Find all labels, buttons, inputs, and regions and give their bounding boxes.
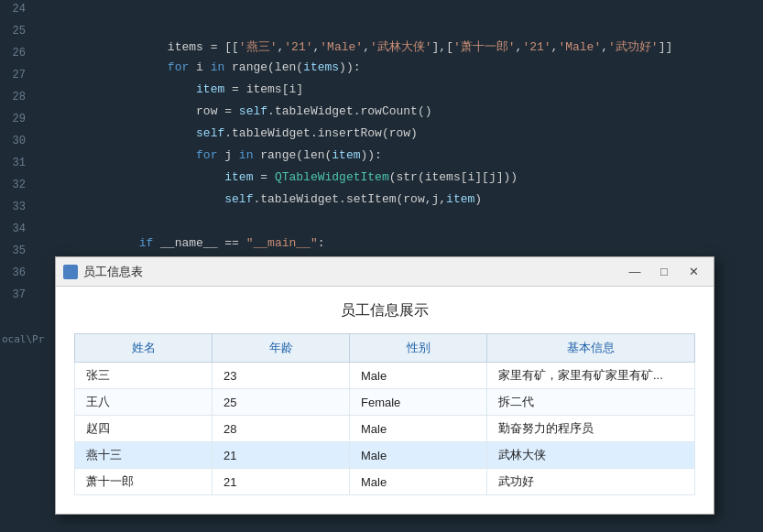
cell-name-1: 王八 <box>75 389 213 416</box>
sidebar-path-label: ocal\Pr <box>0 330 60 349</box>
line-content-34: if __name__ == "__main__": <box>49 220 325 242</box>
line-number-36: 36 <box>0 264 35 286</box>
cell-name-2: 赵四 <box>75 416 213 442</box>
cell-name-4: 萧十一郎 <box>75 469 213 495</box>
line-number-37: 37 <box>0 286 35 308</box>
cell-age-2: 28 <box>213 416 350 442</box>
line-number-34: 34 <box>0 220 35 242</box>
line-content-37 <box>49 286 53 308</box>
table-row[interactable]: 赵四 28 Male 勤奋努力的程序员 <box>75 416 695 442</box>
code-line-27: 27 item = items[i] <box>0 66 763 88</box>
col-header-age: 年龄 <box>213 334 350 363</box>
dialog-window-controls: — □ ✕ <box>622 262 706 282</box>
line-content-26: for i in range(len(items)): <box>49 44 361 66</box>
line-indicator-32 <box>35 176 49 198</box>
line-number-31: 31 <box>0 154 35 176</box>
line-indicator-30 <box>35 132 49 154</box>
cell-age-3: 21 <box>213 442 350 469</box>
col-header-info: 基本信息 <box>487 334 695 363</box>
table-body: 张三 23 Male 家里有矿，家里有矿家里有矿... 王八 25 Female… <box>75 363 695 495</box>
code-line-30: 30 for j in range(len(item)): <box>0 132 763 154</box>
line-content-30: for j in range(len(item)): <box>49 132 382 154</box>
code-line-34: 34 if __name__ == "__main__": <box>0 220 763 242</box>
line-indicator-37 <box>35 286 49 308</box>
line-indicator-35 <box>35 242 49 264</box>
cell-age-4: 21 <box>213 469 350 495</box>
table-row[interactable]: 王八 25 Female 拆二代 <box>75 389 695 416</box>
line-number-32: 32 <box>0 176 35 198</box>
line-number-26: 26 <box>0 44 35 66</box>
line-number-27: 27 <box>0 66 35 88</box>
line-indicator-36 <box>35 264 49 286</box>
cell-info-4: 武功好 <box>487 469 695 495</box>
line-content-27: item = items[i] <box>49 66 303 88</box>
line-indicator-33 <box>35 198 49 220</box>
code-line-25: 25 items = [['燕三','21','Male','武林大侠'],['… <box>0 22 763 44</box>
cell-name-3: 燕十三 <box>75 442 213 469</box>
line-number-29: 29 <box>0 110 35 132</box>
cell-info-2: 勤奋努力的程序员 <box>487 416 695 442</box>
line-indicator-27 <box>35 66 49 88</box>
code-line-24: 24 <box>0 0 763 22</box>
line-content-36 <box>49 264 53 286</box>
cell-gender-0: Male <box>350 363 487 389</box>
cell-age-1: 25 <box>213 389 350 416</box>
line-content-25: items = [['燕三','21','Male','武林大侠'],['萧十一… <box>49 22 672 44</box>
restore-button[interactable]: □ <box>651 262 677 282</box>
table-row-selected[interactable]: 燕十三 21 Male 武林大侠 <box>75 442 695 469</box>
dialog-titlebar[interactable]: 员工信息表 — □ ✕ <box>56 257 714 287</box>
cell-age-0: 23 <box>213 363 350 389</box>
employee-table: 姓名 年龄 性别 基本信息 张三 23 Male 家里有矿，家里有矿家里有矿..… <box>74 333 695 495</box>
close-button[interactable]: ✕ <box>681 262 706 282</box>
code-line-31: 31 item = QTableWidgetItem(str(items[i][… <box>0 154 763 176</box>
line-number-28: 28 <box>0 88 35 110</box>
line-indicator-25 <box>35 22 49 44</box>
cell-info-3: 武林大侠 <box>487 442 695 469</box>
line-indicator-34 <box>35 220 49 242</box>
minimize-button[interactable]: — <box>622 262 648 282</box>
dialog-app-icon <box>63 265 78 279</box>
line-content-29: self.tableWidget.insertRow(row) <box>49 110 418 132</box>
line-content-28: row = self.tableWidget.rowCount() <box>49 88 432 110</box>
line-indicator-26 <box>35 44 49 66</box>
table-row[interactable]: 张三 23 Male 家里有矿，家里有矿家里有矿... <box>75 363 695 389</box>
table-row[interactable]: 萧十一郎 21 Male 武功好 <box>75 469 695 495</box>
cell-gender-1: Female <box>350 389 487 416</box>
code-line-28: 28 row = self.tableWidget.rowCount() <box>0 88 763 110</box>
line-number-25: 25 <box>0 22 35 44</box>
line-number-24: 24 <box>0 0 35 22</box>
cell-gender-3: Male <box>350 442 487 469</box>
cell-name-0: 张三 <box>75 363 213 389</box>
dialog-heading: 员工信息展示 <box>74 301 695 320</box>
cell-gender-4: Male <box>350 469 487 495</box>
line-number-35: 35 <box>0 242 35 264</box>
dialog-window: 员工信息表 — □ ✕ 员工信息展示 姓名 年龄 性别 基本信息 张三 23 <box>55 256 714 515</box>
line-content-31: item = QTableWidgetItem(str(items[i][j])… <box>49 154 518 176</box>
table-header-row: 姓名 年龄 性别 基本信息 <box>75 334 695 363</box>
line-indicator-24 <box>35 0 49 22</box>
line-number-33: 33 <box>0 198 35 220</box>
line-content-32: self.tableWidget.setItem(row,j,item) <box>49 176 482 198</box>
line-content-24 <box>49 0 53 22</box>
cell-info-0: 家里有矿，家里有矿家里有矿... <box>487 363 695 389</box>
line-indicator-29 <box>35 110 49 132</box>
code-line-29: 29 self.tableWidget.insertRow(row) <box>0 110 763 132</box>
line-number-30: 30 <box>0 132 35 154</box>
line-indicator-31 <box>35 154 49 176</box>
line-indicator-28 <box>35 88 49 110</box>
table-header: 姓名 年龄 性别 基本信息 <box>75 334 695 363</box>
cell-info-1: 拆二代 <box>487 389 695 416</box>
code-line-32: 32 self.tableWidget.setItem(row,j,item) <box>0 176 763 198</box>
col-header-name: 姓名 <box>75 334 213 363</box>
cell-gender-2: Male <box>350 416 487 442</box>
col-header-gender: 性别 <box>350 334 487 363</box>
dialog-title: 员工信息表 <box>83 264 622 280</box>
dialog-body: 员工信息展示 姓名 年龄 性别 基本信息 张三 23 Male 家里有矿，家里有… <box>56 287 714 514</box>
line-content-33 <box>49 198 53 220</box>
